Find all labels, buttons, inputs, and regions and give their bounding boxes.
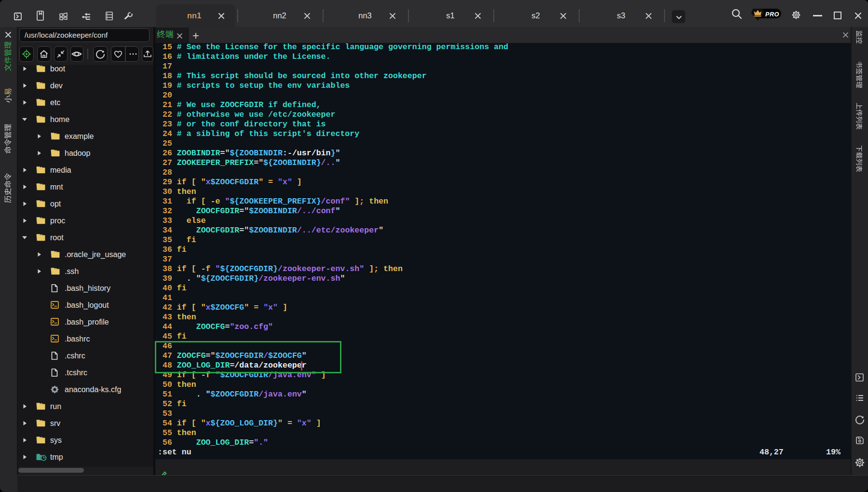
- svg-text:PRO: PRO: [765, 11, 779, 18]
